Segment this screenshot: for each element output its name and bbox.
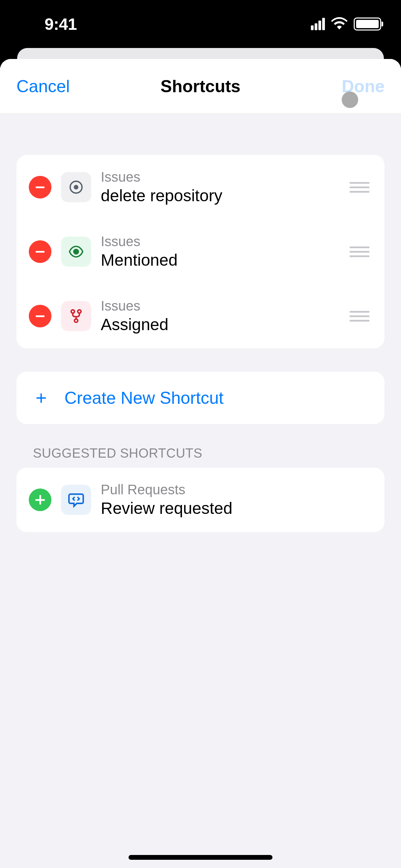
shortcut-title: Review requested — [101, 499, 372, 518]
cancel-button[interactable]: Cancel — [16, 76, 70, 96]
shortcut-row[interactable]: Issues Mentioned — [16, 219, 385, 284]
shortcut-category: Issues — [101, 169, 340, 185]
svg-point-5 — [74, 319, 78, 323]
shortcut-row[interactable]: Issues delete repository — [16, 155, 385, 219]
eye-icon — [61, 237, 91, 267]
shortcut-text: Pull Requests Review requested — [101, 482, 372, 518]
remove-button[interactable] — [29, 176, 51, 198]
shortcut-title: Mentioned — [101, 251, 340, 269]
plus-icon: + — [33, 387, 49, 409]
cellular-signal-icon — [311, 18, 325, 30]
fork-icon — [61, 301, 91, 331]
create-label: Create New Shortcut — [64, 388, 223, 408]
shortcut-category: Issues — [101, 234, 340, 249]
remove-button[interactable] — [29, 305, 51, 327]
shortcut-category: Pull Requests — [101, 482, 372, 497]
shortcut-title: Assigned — [101, 315, 340, 334]
code-review-icon — [61, 485, 91, 515]
create-new-shortcut-button[interactable]: + Create New Shortcut — [16, 372, 385, 424]
suggested-list: Pull Requests Review requested — [16, 468, 385, 532]
svg-point-3 — [71, 310, 75, 313]
create-shortcut-card: + Create New Shortcut — [16, 372, 385, 424]
remove-button[interactable] — [29, 240, 51, 263]
status-time: 9:41 — [45, 15, 77, 34]
shortcut-text: Issues delete repository — [101, 169, 340, 205]
shortcut-title: delete repository — [101, 186, 340, 205]
svg-point-1 — [74, 185, 78, 189]
issue-icon — [61, 172, 91, 202]
status-icons — [311, 17, 381, 31]
suggested-header: Suggested Shortcuts — [16, 424, 385, 468]
content: Issues delete repository — [0, 114, 401, 532]
drag-handle[interactable] — [350, 246, 372, 257]
svg-point-2 — [74, 249, 78, 254]
add-button[interactable] — [29, 489, 51, 511]
wifi-icon — [331, 17, 348, 31]
done-button[interactable]: Done — [342, 76, 385, 96]
touch-indicator — [342, 92, 358, 108]
shortcut-category: Issues — [101, 298, 340, 314]
modal-header: Cancel Shortcuts Done — [0, 59, 401, 114]
shortcuts-modal: Cancel Shortcuts Done Issues delete — [0, 59, 401, 868]
suggested-row[interactable]: Pull Requests Review requested — [16, 468, 385, 532]
status-bar: 9:41 — [0, 0, 401, 48]
home-indicator[interactable] — [129, 855, 272, 860]
shortcut-text: Issues Mentioned — [101, 234, 340, 269]
svg-point-4 — [78, 310, 81, 313]
shortcut-row[interactable]: Issues Assigned — [16, 284, 385, 348]
drag-handle[interactable] — [350, 182, 372, 193]
drag-handle[interactable] — [350, 311, 372, 322]
shortcut-text: Issues Assigned — [101, 298, 340, 334]
battery-icon — [354, 17, 381, 31]
modal-title: Shortcuts — [160, 76, 240, 96]
shortcuts-list: Issues delete repository — [16, 155, 385, 348]
